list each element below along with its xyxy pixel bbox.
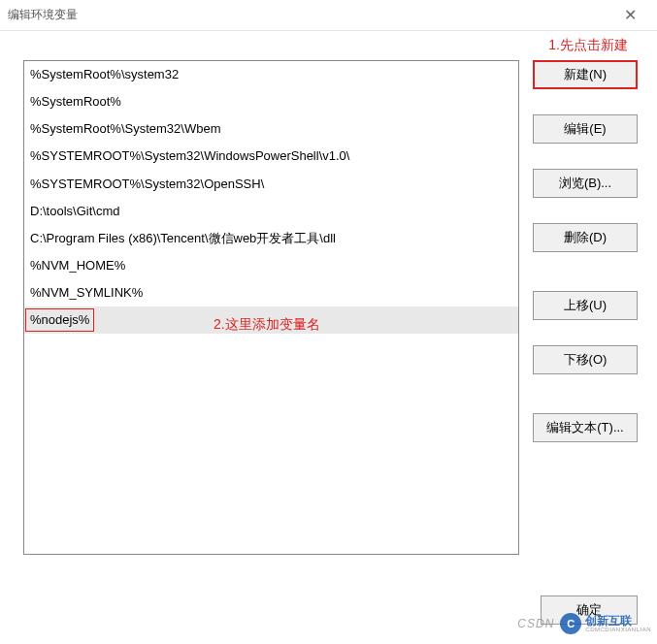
new-button[interactable]: 新建(N): [533, 60, 638, 89]
annotation-step1: 1.先点击新建: [548, 37, 628, 54]
list-item[interactable]: %NVM_HOME%: [24, 252, 518, 279]
edit-text-button[interactable]: 编辑文本(T)...: [533, 413, 638, 442]
edit-button[interactable]: 编辑(E): [533, 114, 638, 144]
move-up-button[interactable]: 上移(U): [533, 291, 638, 320]
selected-item-text: %nodejs%: [25, 308, 94, 332]
list-item-selected[interactable]: %nodejs%: [24, 306, 518, 334]
browse-button[interactable]: 浏览(B)...: [533, 169, 638, 198]
button-column: 新建(N) 编辑(E) 浏览(B)... 删除(D) 上移(U) 下移(O) 编…: [533, 60, 638, 580]
dialog-title: 编辑环境变量: [8, 7, 610, 23]
list-item[interactable]: %SYSTEMROOT%\System32\WindowsPowerShell\…: [24, 143, 518, 170]
delete-button[interactable]: 删除(D): [533, 223, 638, 252]
list-item[interactable]: %SystemRoot%\System32\Wbem: [24, 115, 518, 143]
bottom-buttons: 确定: [23, 580, 638, 625]
list-item[interactable]: C:\Program Files (x86)\Tencent\微信web开发者工…: [24, 225, 518, 252]
close-icon[interactable]: ✕: [610, 2, 649, 29]
list-item[interactable]: %SystemRoot%\system32: [24, 61, 518, 88]
main-row: %SystemRoot%\system32 %SystemRoot% %Syst…: [23, 60, 638, 580]
list-item[interactable]: %SystemRoot%: [24, 88, 518, 115]
dialog-body: 1.先点击新建 %SystemRoot%\system32 %SystemRoo…: [0, 31, 657, 644]
ok-button[interactable]: 确定: [541, 596, 638, 625]
list-item[interactable]: D:\tools\Git\cmd: [24, 198, 518, 225]
watermark-brand-en: CDMCDIANXIANLIAN: [585, 627, 651, 632]
path-listbox[interactable]: %SystemRoot%\system32 %SystemRoot% %Syst…: [23, 60, 519, 555]
titlebar: 编辑环境变量 ✕: [0, 0, 657, 31]
list-item[interactable]: %NVM_SYMLINK%: [24, 279, 518, 306]
move-down-button[interactable]: 下移(O): [533, 345, 638, 374]
list-item[interactable]: %SYSTEMROOT%\System32\OpenSSH\: [24, 171, 518, 198]
